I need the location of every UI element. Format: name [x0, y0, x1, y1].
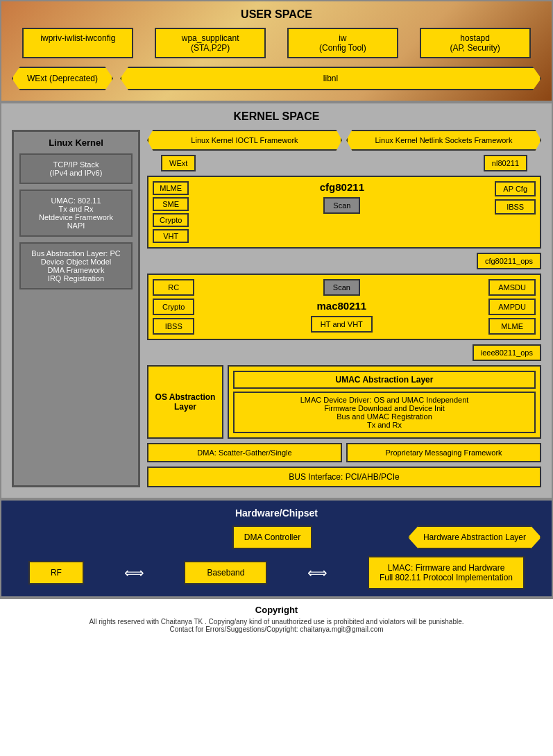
cfg-left-items: MLME SME Crypto VHT: [153, 181, 189, 243]
mac-center: Scan mac80211 HT and VHT: [200, 279, 483, 333]
cfg-ibss: IBSS: [495, 199, 536, 215]
cfg-crypto: Crypto: [153, 213, 189, 227]
mac-scan: Scan: [323, 279, 360, 296]
us-wext-hex: WExt (Deprecated): [12, 67, 113, 90]
lower-kernel-row: OS Abstraction Layer UMAC Abstraction La…: [147, 365, 541, 439]
mac-left-items: RC Crypto IBSS: [153, 279, 194, 335]
bus-abs-layer-box: Bus Abstraction Layer: PC Device Object …: [19, 242, 133, 289]
cfg-apcfg: AP Cfg: [495, 181, 536, 196]
rf-box: RF: [28, 561, 84, 585]
ieee-ops-row: ieee80211_ops: [147, 344, 541, 361]
kernel-inner: Linux Kernel TCP/IP Stack (IPv4 and IPv6…: [12, 130, 541, 487]
cfg80211-title: cfg80211: [320, 181, 364, 193]
copyright-contact: Contact for Errors/Suggestions/Copyright…: [10, 625, 543, 633]
us-libnl-hex: libnl: [120, 67, 541, 90]
pmf-box: Proprietary Messaging Framework: [346, 443, 541, 462]
user-space-section: USER SPACE iwpriv-iwlist-iwconfig wpa_su…: [0, 0, 553, 102]
copyright-text: All rights reserved with Chaitanya TK . …: [10, 618, 543, 625]
copyright-title: Copyright: [10, 605, 543, 615]
netlink-framework: Linux Kernel Netlink Sockets Framework: [346, 130, 541, 151]
hw-row1: DMA Controller Hardware Abstraction Laye…: [12, 526, 541, 549]
app-wpa-supplicant: wpa_supplicant (STA,P2P): [155, 28, 266, 58]
user-space-bottom-row: WExt (Deprecated) libnl: [12, 67, 541, 90]
copyright-section: Copyright All rights reserved with Chait…: [0, 598, 553, 639]
app-iwpriv: iwpriv-iwlist-iwconfig: [22, 28, 133, 58]
ieee-ops: ieee80211_ops: [473, 344, 541, 361]
user-space-apps-row: iwpriv-iwlist-iwconfig wpa_supplicant (S…: [12, 28, 541, 58]
app-hostapd: hostapd (AP, Security): [420, 28, 531, 58]
mac-ampdu: AMPDU: [488, 299, 536, 315]
ioctl-framework: Linux Kernel IOCTL Framework: [147, 130, 342, 151]
dma-pmf-row: DMA: Scatter-Gather/Single Proprietary M…: [147, 443, 541, 462]
cfg-ops-row: cfg80211_ops: [147, 253, 541, 269]
baseband-box: Baseband: [184, 561, 267, 585]
mac-amsdu: AMSDU: [488, 279, 536, 296]
umac-section: UMAC Abstraction Layer LMAC Device Drive…: [228, 365, 541, 439]
mac-mlme: MLME: [488, 318, 536, 335]
linux-kernel-title: Linux Kernel: [19, 137, 133, 148]
dma-controller: DMA Controller: [232, 526, 312, 549]
wext-nl-row: WExt nl80211: [147, 155, 541, 171]
linux-kernel-panel: Linux Kernel TCP/IP Stack (IPv4 and IPv6…: [12, 130, 140, 487]
cfg80211-section: MLME SME Crypto VHT cfg80211 Scan AP Cfg…: [147, 176, 541, 249]
cfg-center: cfg80211 Scan: [193, 181, 491, 214]
cfg-mlme: MLME: [153, 181, 189, 195]
mac80211-title: mac80211: [316, 300, 366, 312]
wext-small: WExt: [161, 155, 196, 171]
tcp-ip-stack-box: TCP/IP Stack (IPv4 and IPv6): [19, 153, 133, 184]
lmac-firmware-box: LMAC: Firmware and Hardware Full 802.11 …: [368, 556, 525, 589]
arrow-right: ⟺: [307, 564, 327, 581]
hw-row2: RF ⟺ Baseband ⟺ LMAC: Firmware and Hardw…: [12, 556, 541, 589]
kernel-space-title: KERNEL SPACE: [12, 110, 541, 123]
hw-chipset-title: Hardware/Chipset: [12, 507, 541, 519]
cfg-scan: Scan: [323, 197, 360, 214]
umac-title: UMAC Abstraction Layer: [233, 371, 536, 389]
mac80211-section: RC Crypto IBSS Scan mac80211 HT and VHT …: [147, 274, 541, 340]
mac-right-items: AMSDU AMPDU MLME: [488, 279, 536, 335]
os-abstraction-box: OS Abstraction Layer: [147, 365, 223, 439]
kernel-space-section: KERNEL SPACE Linux Kernel TCP/IP Stack (…: [0, 102, 553, 499]
mac-ibss: IBSS: [153, 318, 194, 335]
ioctl-netlink-row: Linux Kernel IOCTL Framework Linux Kerne…: [147, 130, 541, 151]
cfg-vht: VHT: [153, 229, 189, 243]
user-space-title: USER SPACE: [12, 8, 541, 21]
nl80211-small: nl80211: [484, 155, 527, 171]
hardware-chipset-section: Hardware/Chipset DMA Controller Hardware…: [0, 499, 553, 598]
mac-rc: RC: [153, 279, 194, 296]
mac-crypto: Crypto: [153, 299, 194, 315]
bus-interface: BUS Interface: PCI/AHB/PCIe: [147, 467, 541, 487]
arrow-left: ⟺: [124, 564, 144, 581]
mac-htvht: HT and VHT: [311, 316, 373, 333]
kernel-right: Linux Kernel IOCTL Framework Linux Kerne…: [147, 130, 541, 487]
dma-scatter: DMA: Scatter-Gather/Single: [147, 443, 342, 462]
cfg-ops: cfg80211_ops: [477, 253, 541, 269]
app-iw: iw (Config Tool): [287, 28, 398, 58]
hardware-abstraction-layer: Hardware Abstraction Layer: [408, 526, 541, 549]
cfg-sme: SME: [153, 197, 189, 211]
cfg-right-items: AP Cfg IBSS: [495, 181, 536, 215]
umac-box: UMAC: 802.11 Tx and Rx Netdevice Framewo…: [19, 190, 133, 237]
lmac-driver-box: LMAC Device Driver: OS and UMAC Independ…: [233, 392, 536, 433]
